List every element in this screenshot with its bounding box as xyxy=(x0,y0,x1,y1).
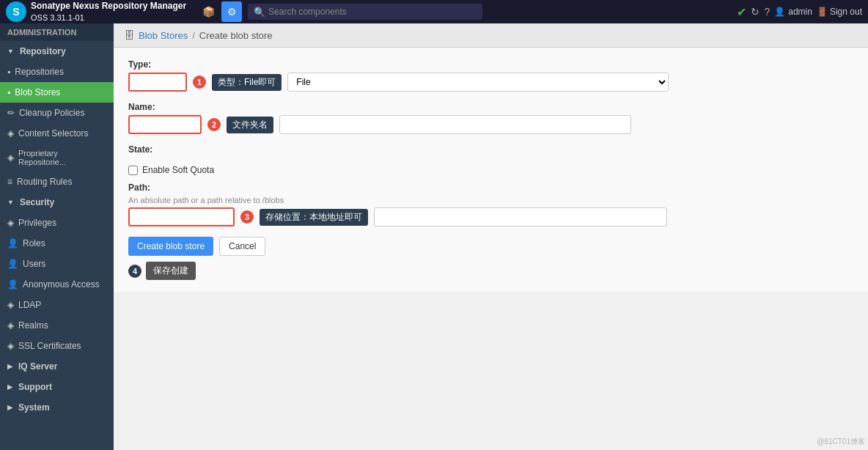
sidebar-item-proprietary-repos[interactable]: ◈ Proprietary Repositorie... xyxy=(0,144,114,171)
state-label: State: xyxy=(128,144,853,155)
name-label: Name: xyxy=(128,102,853,112)
anonymous-access-icon: 👤 xyxy=(7,279,18,289)
type-tooltip: 类型：File即可 xyxy=(212,74,282,91)
signout-icon: 🚪 xyxy=(817,7,828,17)
breadcrumb-separator: / xyxy=(192,30,195,41)
cancel-button[interactable]: Cancel xyxy=(219,237,265,256)
anonymous-access-label: Anonymous Access xyxy=(23,279,100,289)
sidebar-item-ldap[interactable]: ◈ LDAP xyxy=(0,295,114,315)
main-content: 🗄 Blob Stores / Create blob store Type: … xyxy=(114,23,868,450)
sidebar-group-security-header[interactable]: ▼ Security xyxy=(0,192,114,213)
users-label: Users xyxy=(23,259,45,269)
breadcrumb: 🗄 Blob Stores / Create blob store xyxy=(114,23,868,48)
sidebar-item-cleanup-policies[interactable]: ✏ Cleanup Policies xyxy=(0,103,114,123)
breadcrumb-parent[interactable]: Blob Stores xyxy=(139,30,188,41)
brand-section: S Sonatype Nexus Repository Manager OSS … xyxy=(6,1,186,23)
roles-icon: 👤 xyxy=(7,238,18,248)
repository-group-label: Repository xyxy=(20,46,66,56)
signout-label: Sign out xyxy=(830,7,862,17)
repositories-icon: ▪ xyxy=(7,67,10,77)
type-field-group: Type: File 1 类型：File即可 File S3 xyxy=(128,59,853,92)
topbar-nav-icons: 📦 ⚙ xyxy=(198,1,242,22)
path-label: Path: xyxy=(128,182,853,193)
topbar: S Sonatype Nexus Repository Manager OSS … xyxy=(0,0,868,23)
breadcrumb-icon: 🗄 xyxy=(124,29,134,41)
name-input[interactable]: NexusDirect xyxy=(128,115,202,134)
sidebar-item-routing-rules[interactable]: ≡ Routing Rules xyxy=(0,171,114,192)
sidebar-group-iq-server-header[interactable]: ▶ IQ Server xyxy=(0,356,114,377)
ldap-label: LDAP xyxy=(18,300,41,310)
status-ok-icon: ✔ xyxy=(737,5,746,19)
soft-quota-checkbox[interactable] xyxy=(128,166,138,175)
search-input[interactable] xyxy=(268,7,477,17)
sidebar-group-support-header[interactable]: ▶ Support xyxy=(0,377,114,397)
chevron-right-icon-iq: ▶ xyxy=(7,363,12,370)
package-icon[interactable]: 📦 xyxy=(198,1,218,22)
content-selectors-icon: ◈ xyxy=(7,128,14,139)
repositories-label: Repositories xyxy=(15,67,64,77)
user-name-label: admin xyxy=(788,7,812,17)
realms-icon: ◈ xyxy=(7,320,14,331)
blob-stores-icon: ▪ xyxy=(7,87,10,97)
name-field-group: Name: NexusDirect 2 文件夹名 NexusDirect xyxy=(128,102,853,134)
sidebar-group-repository-header[interactable]: ▼ Repository xyxy=(0,41,114,62)
name-tooltip: 文件夹名 xyxy=(227,117,273,133)
path-input[interactable]: F:\Java\NexusDirect xyxy=(128,207,235,226)
sidebar-item-roles[interactable]: 👤 Roles xyxy=(0,233,114,254)
ssl-certificates-icon: ◈ xyxy=(7,341,14,351)
sidebar-item-users[interactable]: 👤 Users xyxy=(0,254,114,274)
path-hint: An absolute path or a path relative to /… xyxy=(128,196,853,204)
help-icon[interactable]: ? xyxy=(764,6,770,18)
sidebar-group-security: ▼ Security ◈ Privileges 👤 Roles 👤 Users … xyxy=(0,192,114,356)
privileges-icon: ◈ xyxy=(7,218,14,228)
sidebar-section-header: Administration xyxy=(0,23,114,41)
chevron-right-icon-system: ▶ xyxy=(7,404,12,411)
routing-rules-label: Routing Rules xyxy=(17,177,72,187)
search-bar[interactable]: 🔍 xyxy=(248,4,482,20)
type-input[interactable]: File xyxy=(128,73,187,92)
path-text-input[interactable]: F:\Java\NexusDirect xyxy=(374,207,667,226)
sidebar-group-repository: ▼ Repository ▪ Repositories ▪ Blob Store… xyxy=(0,41,114,192)
type-label: Type: xyxy=(128,59,853,70)
sidebar-group-system-header[interactable]: ▶ System xyxy=(0,397,114,418)
settings-icon[interactable]: ⚙ xyxy=(221,1,242,22)
sidebar: Administration ▼ Repository ▪ Repositori… xyxy=(0,23,114,450)
sidebar-item-realms[interactable]: ◈ Realms xyxy=(0,315,114,336)
create-blob-store-button[interactable]: Create blob store xyxy=(128,237,213,256)
roles-label: Roles xyxy=(23,238,45,248)
path-badge: 3 xyxy=(240,210,254,224)
sidebar-item-ssl-certificates[interactable]: ◈ SSL Certificates xyxy=(0,336,114,356)
chevron-down-icon: ▼ xyxy=(7,48,14,55)
ssl-certificates-label: SSL Certificates xyxy=(18,341,81,351)
routing-rules-icon: ≡ xyxy=(7,177,12,187)
sidebar-item-privileges[interactable]: ◈ Privileges xyxy=(0,213,114,233)
type-badge: 1 xyxy=(193,75,206,89)
state-field-group: State: xyxy=(128,144,853,155)
form-area: Type: File 1 类型：File即可 File S3 Name: Nex… xyxy=(114,48,868,292)
refresh-icon[interactable]: ↻ xyxy=(751,6,760,18)
brand-title: Sonatype Nexus Repository Manager OSS 3.… xyxy=(31,1,186,23)
chevron-right-icon-support: ▶ xyxy=(7,383,12,391)
name-text-input[interactable]: NexusDirect xyxy=(279,115,631,134)
sidebar-item-repositories[interactable]: ▪ Repositories xyxy=(0,62,114,82)
content-selectors-label: Content Selectors xyxy=(18,128,88,139)
topbar-right: ✔ ↻ ? 👤 admin 🚪 Sign out xyxy=(737,5,862,19)
sidebar-item-content-selectors[interactable]: ◈ Content Selectors xyxy=(0,123,114,144)
name-row: NexusDirect 2 文件夹名 NexusDirect xyxy=(128,115,853,134)
watermark: @61CT01博客 xyxy=(817,437,865,447)
cleanup-policies-icon: ✏ xyxy=(7,108,15,118)
soft-quota-row: Enable Soft Quota xyxy=(128,165,853,175)
chevron-down-icon-security: ▼ xyxy=(7,199,14,206)
soft-quota-label: Enable Soft Quota xyxy=(142,165,214,175)
save-tooltip: 保存创建 xyxy=(146,262,196,280)
save-annotation-row: 4 保存创建 xyxy=(128,262,853,280)
iq-server-label: IQ Server xyxy=(18,361,57,372)
path-tooltip: 存储位置：本地地址即可 xyxy=(260,209,368,226)
user-icon: 👤 xyxy=(774,7,785,17)
type-select[interactable]: File S3 xyxy=(287,73,669,92)
users-icon: 👤 xyxy=(7,259,18,269)
sidebar-item-blob-stores[interactable]: ▪ Blob Stores xyxy=(0,82,114,103)
sign-out-button[interactable]: 🚪 Sign out xyxy=(817,7,862,17)
realms-label: Realms xyxy=(18,320,48,331)
sidebar-item-anonymous-access[interactable]: 👤 Anonymous Access xyxy=(0,274,114,295)
